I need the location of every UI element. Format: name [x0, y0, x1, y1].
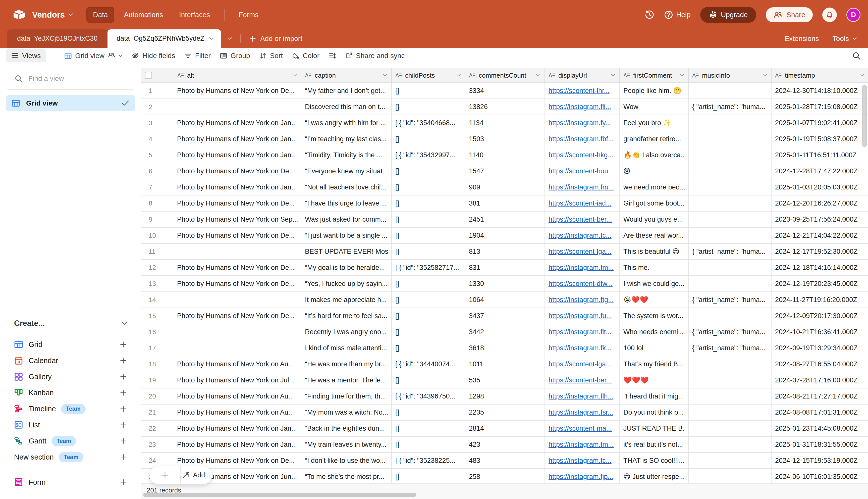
- cell-caption[interactable]: “Everyone knew my situat...: [301, 163, 392, 179]
- cell-displayUrl[interactable]: https://instagram.fm...: [545, 260, 620, 276]
- display-url-link[interactable]: https://scontent-lhr...: [548, 87, 610, 95]
- cell-timestamp[interactable]: 2024-12-09T20:17:30.000Z: [771, 308, 868, 324]
- cell-musicInfo[interactable]: [689, 147, 771, 163]
- cell-commentsCount[interactable]: 381: [466, 195, 545, 211]
- display-url-link[interactable]: https://scontent-hkg...: [548, 151, 613, 159]
- nav-tab-forms[interactable]: Forms: [232, 7, 265, 23]
- cell-displayUrl[interactable]: https://scontent-ber...: [545, 211, 620, 227]
- cell-firstComment[interactable]: 😭❤️❤️: [620, 292, 689, 307]
- cell-displayUrl[interactable]: https://instagram.fc...: [545, 453, 620, 468]
- cell-firstComment[interactable]: Are these real wor...: [620, 228, 689, 243]
- column-header-caption[interactable]: caption: [301, 68, 392, 82]
- column-header-displayUrl[interactable]: displayUrl: [545, 68, 620, 82]
- cell-timestamp[interactable]: 2024-12-30T14:18:10.000Z: [771, 83, 868, 98]
- display-url-link[interactable]: https://scontent-hou...: [548, 167, 614, 175]
- cell-alt[interactable]: 5Photo by Humans of New York on Jan...: [141, 147, 301, 163]
- cell-musicInfo[interactable]: [689, 163, 771, 179]
- cell-alt[interactable]: 17: [141, 340, 301, 356]
- cell-childPosts[interactable]: []: [392, 131, 466, 147]
- display-url-link[interactable]: https://instagram.fjp...: [548, 473, 613, 480]
- cell-timestamp[interactable]: 2025-01-11T16:51:11.000Z: [771, 147, 868, 163]
- create-item-grid[interactable]: Grid: [0, 337, 141, 353]
- chevron-down-icon[interactable]: [762, 74, 767, 77]
- group-button[interactable]: Group: [215, 49, 255, 62]
- display-url-link[interactable]: https://scontent-ber...: [548, 216, 612, 223]
- hide-fields-button[interactable]: Hide fields: [127, 49, 180, 62]
- cell-musicInfo[interactable]: { "artist_name": "huma...: [689, 292, 771, 307]
- cell-displayUrl[interactable]: https://instagram.fsr...: [545, 404, 620, 420]
- cell-firstComment[interactable]: Who needs enemi...: [620, 324, 689, 340]
- cell-musicInfo[interactable]: [689, 195, 771, 211]
- column-header-childPosts[interactable]: childPosts: [392, 68, 466, 82]
- cell-commentsCount[interactable]: 909: [466, 179, 545, 195]
- chevron-down-icon[interactable]: [859, 74, 864, 77]
- cell-caption[interactable]: It makes me appreciate h...: [301, 292, 392, 307]
- cell-commentsCount[interactable]: 813: [466, 244, 545, 259]
- grid-view-button[interactable]: Grid view: [60, 49, 127, 62]
- cell-alt[interactable]: 16: [141, 324, 301, 340]
- cell-alt[interactable]: 9Photo by Humans of New York on Sep...: [141, 211, 301, 227]
- cell-timestamp[interactable]: 2024-06-10T16:01:35.000Z: [771, 469, 868, 484]
- plus-icon[interactable]: [120, 478, 127, 486]
- cell-commentsCount[interactable]: 3437: [466, 308, 545, 324]
- cell-timestamp[interactable]: 2024-10-21T16:36:41.000Z: [771, 324, 868, 340]
- cell-displayUrl[interactable]: https://instagram.fit...: [545, 324, 620, 340]
- cell-commentsCount[interactable]: 1904: [466, 228, 545, 243]
- vertical-scrollbar[interactable]: [862, 85, 867, 147]
- cell-firstComment[interactable]: Feel you bro ✨: [620, 115, 689, 131]
- cell-caption[interactable]: “I don’t like to use the wo...: [301, 453, 392, 468]
- horizontal-scrollbar[interactable]: [143, 493, 417, 497]
- cell-firstComment[interactable]: That’s my friend B...: [620, 356, 689, 372]
- display-url-link[interactable]: https://instagram.fu...: [548, 312, 612, 320]
- cell-firstComment[interactable]: grandfather retire...: [620, 131, 689, 147]
- cell-alt[interactable]: 15Photo by Humans of New York on De...: [141, 308, 301, 324]
- plus-icon[interactable]: [120, 341, 127, 348]
- cell-displayUrl[interactable]: https://instagram.fm...: [545, 179, 620, 195]
- cell-alt[interactable]: 14: [141, 292, 301, 307]
- cell-commentsCount[interactable]: 1298: [466, 388, 545, 404]
- cell-childPosts[interactable]: [ { "id": "34396750...: [392, 388, 466, 404]
- cell-commentsCount[interactable]: 3442: [466, 324, 545, 340]
- cell-caption[interactable]: “My father and I don’t get...: [301, 83, 392, 98]
- cell-caption[interactable]: “Not all teachers love chil...: [301, 179, 392, 195]
- cell-musicInfo[interactable]: [689, 228, 771, 243]
- cell-firstComment[interactable]: "I heard that it mig...: [620, 388, 689, 404]
- cell-childPosts[interactable]: [ { "id": "352582717...: [392, 260, 466, 276]
- history-icon[interactable]: [644, 10, 655, 20]
- cell-alt[interactable]: 2: [141, 99, 301, 114]
- cell-caption[interactable]: “I was angry with him for ...: [301, 115, 392, 131]
- nav-tab-data[interactable]: Data: [86, 7, 114, 23]
- cell-firstComment[interactable]: we need more peo...: [620, 179, 689, 195]
- cell-commentsCount[interactable]: 1547: [466, 163, 545, 179]
- cell-firstComment[interactable]: Would you guys e...: [620, 211, 689, 227]
- cell-caption[interactable]: “It’s hard for me to feel sa...: [301, 308, 392, 324]
- row-height-button[interactable]: [324, 49, 340, 62]
- cell-alt[interactable]: 18Photo by Humans of New York on Au...: [141, 356, 301, 372]
- cell-childPosts[interactable]: []: [392, 437, 466, 452]
- cell-alt[interactable]: 19Photo by Humans of New York on Jul...: [141, 373, 301, 388]
- cell-childPosts[interactable]: [ { "id": "35404668...: [392, 115, 466, 131]
- nav-tab-automations[interactable]: Automations: [117, 7, 170, 23]
- cell-timestamp[interactable]: 2024-12-19T20:23:45.000Z: [771, 276, 868, 291]
- table-tab-active[interactable]: data_Og5Zq6ZPNhWb5ydeZ: [108, 29, 221, 48]
- notifications-button[interactable]: [822, 8, 837, 22]
- cell-displayUrl[interactable]: https://instagram.fy...: [545, 115, 620, 131]
- cell-childPosts[interactable]: [ { "id": "35432997...: [392, 147, 466, 163]
- cell-caption[interactable]: “I’m teaching my last clas...: [301, 131, 392, 147]
- table-list-chevron-button[interactable]: [221, 29, 239, 48]
- cell-timestamp[interactable]: 2025-01-07T19:02:41.000Z: [771, 115, 868, 131]
- cell-displayUrl[interactable]: https://scontent-dfw...: [545, 276, 620, 291]
- chevron-down-icon[interactable]: [680, 74, 684, 77]
- cell-musicInfo[interactable]: [689, 404, 771, 420]
- cell-childPosts[interactable]: []: [392, 163, 466, 179]
- cell-displayUrl[interactable]: https://instagram.fc...: [545, 228, 620, 243]
- display-url-link[interactable]: https://scontent-lga...: [548, 360, 611, 368]
- cell-timestamp[interactable]: 2025-01-28T17:15:08.000Z: [771, 99, 868, 114]
- cell-timestamp[interactable]: 2025-01-19T15:08:37.000Z: [771, 131, 868, 147]
- nav-tab-interfaces[interactable]: Interfaces: [173, 7, 216, 23]
- cell-alt[interactable]: 23Photo by Humans of New York on Jan...: [141, 437, 301, 452]
- cell-caption[interactable]: “Finding time for them, th...: [301, 388, 392, 404]
- column-header-musicInfo[interactable]: musicInfo: [689, 68, 771, 82]
- cell-musicInfo[interactable]: [689, 388, 771, 404]
- find-a-view-input[interactable]: Find a view: [0, 72, 141, 86]
